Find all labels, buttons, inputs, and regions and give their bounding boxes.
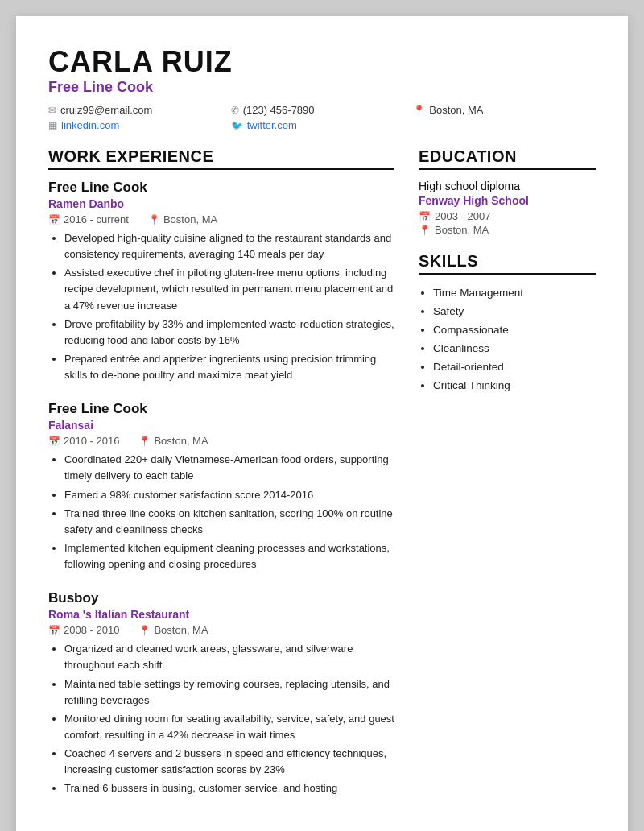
bullet-1-3: Prepared entrée and appetizer ingredient…: [64, 351, 394, 383]
phone-icon: ✆: [231, 105, 239, 116]
dates-1: 📅 2016 - current: [48, 213, 129, 225]
email-icon: ✉: [48, 105, 56, 116]
location-2: 📍 Boston, MA: [138, 435, 208, 447]
job-bullets-1: Developed high-quality cuisine aligned t…: [48, 230, 394, 383]
edu-degree: High school diploma: [419, 180, 596, 192]
linkedin-link[interactable]: linkedin.com: [61, 119, 119, 131]
bullet-2-1: Earned a 98% customer satisfaction score…: [64, 487, 394, 503]
bullet-3-4: Trained 6 bussers in busing, customer se…: [64, 780, 394, 796]
edu-location: 📍 Boston, MA: [419, 224, 596, 236]
location-3: 📍 Boston, MA: [138, 624, 208, 636]
location-icon: 📍: [413, 105, 425, 116]
employer-1: Ramen Danbo: [48, 197, 394, 210]
candidate-name: CARLA RUIZ: [48, 45, 596, 79]
job-meta-2: 📅 2010 - 2016 📍 Boston, MA: [48, 435, 394, 447]
bullet-1-1: Assisted executive chef in piloting glut…: [64, 265, 394, 313]
contact-twitter[interactable]: 🐦 twitter.com: [231, 119, 414, 131]
candidate-title: Free Line Cook: [48, 79, 596, 96]
calendar-icon-3: 📅: [48, 625, 60, 636]
job-bullets-2: Coordinated 220+ daily Vietnamese-Americ…: [48, 452, 394, 573]
skills-list: Time Management Safety Compassionate Cle…: [419, 284, 596, 395]
bullet-3-2: Monitored dining room for seating availa…: [64, 711, 394, 743]
employer-3: Roma 's Italian Restaurant: [48, 608, 394, 621]
employer-2: Falansai: [48, 419, 394, 432]
bullet-3-3: Coached 4 servers and 2 bussers in speed…: [64, 746, 394, 778]
edu-loc-icon: 📍: [419, 225, 431, 236]
loc-icon-1: 📍: [148, 214, 160, 225]
skill-1: Safety: [433, 303, 596, 321]
job-meta-3: 📅 2008 - 2010 📍 Boston, MA: [48, 624, 394, 636]
bullet-2-0: Coordinated 220+ daily Vietnamese-Americ…: [64, 452, 394, 484]
main-layout: WORK EXPERIENCE Free Line Cook Ramen Dan…: [48, 147, 596, 815]
job-block-2: Free Line Cook Falansai 📅 2010 - 2016 📍 …: [48, 401, 394, 573]
job-block-1: Free Line Cook Ramen Danbo 📅 2016 - curr…: [48, 180, 394, 383]
twitter-icon: 🐦: [231, 120, 243, 131]
resume-page: CARLA RUIZ Free Line Cook ✉ cruiz99@emai…: [16, 16, 628, 831]
skill-3: Cleanliness: [433, 340, 596, 358]
skill-2: Compassionate: [433, 321, 596, 340]
job-title-3: Busboy: [48, 590, 394, 606]
edu-school: Fenway High School: [419, 194, 596, 207]
skill-4: Detail-oriented: [433, 358, 596, 377]
phone-text: (123) 456-7890: [243, 104, 315, 116]
job-bullets-3: Organized and cleaned work areas, glassw…: [48, 641, 394, 796]
skills-title: SKILLS: [419, 252, 596, 275]
edu-dates: 📅 2003 - 2007: [419, 210, 596, 222]
contact-email: ✉ cruiz99@email.com: [48, 104, 231, 116]
dates-2: 📅 2010 - 2016: [48, 435, 119, 447]
job-block-3: Busboy Roma 's Italian Restaurant 📅 2008…: [48, 590, 394, 796]
skills-section: SKILLS Time Management Safety Compassion…: [419, 252, 596, 395]
loc-icon-2: 📍: [138, 436, 151, 447]
education-section: EDUCATION High school diploma Fenway Hig…: [419, 147, 596, 236]
bullet-3-0: Organized and cleaned work areas, glassw…: [64, 641, 394, 673]
job-meta-1: 📅 2016 - current 📍 Boston, MA: [48, 213, 394, 225]
job-title-2: Free Line Cook: [48, 401, 394, 417]
job-title-1: Free Line Cook: [48, 180, 394, 196]
loc-icon-3: 📍: [138, 625, 151, 636]
location-text: Boston, MA: [429, 104, 483, 116]
contact-linkedin[interactable]: ▦ linkedin.com: [48, 119, 231, 131]
bullet-3-1: Maintained table settings by removing co…: [64, 676, 394, 709]
contact-location: 📍 Boston, MA: [413, 104, 596, 116]
header-section: CARLA RUIZ Free Line Cook ✉ cruiz99@emai…: [48, 45, 596, 131]
calendar-icon-1: 📅: [48, 214, 60, 225]
dates-3: 📅 2008 - 2010: [48, 624, 119, 636]
bullet-1-2: Drove profitability by 33% and implement…: [64, 316, 394, 349]
right-column: EDUCATION High school diploma Fenway Hig…: [419, 147, 596, 815]
calendar-icon-2: 📅: [48, 436, 60, 447]
bullet-2-2: Trained three line cooks on kitchen sani…: [64, 506, 394, 538]
location-1: 📍 Boston, MA: [148, 213, 217, 225]
bullet-2-3: Implemented kitchen equipment cleaning p…: [64, 540, 394, 573]
twitter-link[interactable]: twitter.com: [247, 119, 297, 131]
edu-meta: 📅 2003 - 2007 📍 Boston, MA: [419, 210, 596, 236]
linkedin-icon: ▦: [48, 120, 57, 131]
work-experience-title: WORK EXPERIENCE: [48, 147, 394, 170]
skill-0: Time Management: [433, 284, 596, 303]
skill-5: Critical Thinking: [433, 377, 596, 395]
email-text: cruiz99@email.com: [60, 104, 152, 116]
bullet-1-0: Developed high-quality cuisine aligned t…: [64, 230, 394, 263]
contact-phone: ✆ (123) 456-7890: [231, 104, 414, 116]
edu-calendar-icon: 📅: [419, 211, 431, 222]
contact-grid: ✉ cruiz99@email.com ✆ (123) 456-7890 📍 B…: [48, 104, 596, 131]
education-title: EDUCATION: [419, 147, 596, 170]
left-column: WORK EXPERIENCE Free Line Cook Ramen Dan…: [48, 147, 394, 815]
